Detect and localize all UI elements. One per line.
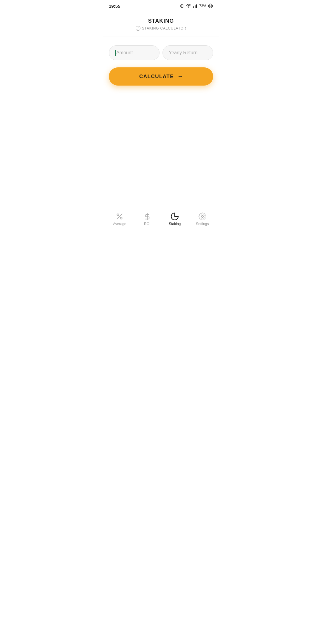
calculate-button-label: CALCULATE <box>139 74 174 80</box>
gear-icon <box>198 212 207 221</box>
text-cursor <box>115 50 116 56</box>
pie-icon <box>171 212 179 221</box>
nav-label-average: Average <box>113 222 126 226</box>
svg-point-10 <box>117 214 119 216</box>
arrow-right-icon: → <box>177 73 183 80</box>
amount-input-wrapper[interactable] <box>109 45 160 60</box>
nav-item-roi[interactable]: ROI <box>134 212 161 226</box>
svg-rect-6 <box>196 4 197 8</box>
svg-rect-0 <box>181 4 183 8</box>
amount-input[interactable] <box>116 50 153 55</box>
dnd-icon <box>208 3 213 9</box>
nav-item-settings[interactable]: Settings <box>189 212 216 226</box>
svg-line-12 <box>117 214 122 219</box>
bottom-nav: Average ROI Staking Settings <box>103 208 219 233</box>
wifi-icon <box>186 4 191 8</box>
percent-icon <box>115 212 124 221</box>
input-row <box>109 45 213 60</box>
nav-item-staking[interactable]: Staking <box>161 212 189 226</box>
dollar-icon <box>143 212 151 221</box>
vibrate-icon <box>180 4 185 8</box>
nav-label-settings: Settings <box>196 222 209 226</box>
nav-label-staking: Staking <box>169 222 181 226</box>
app-header: STAKING i STAKING CALCULATOR <box>103 11 219 36</box>
header-subtitle[interactable]: i STAKING CALCULATOR <box>136 26 186 31</box>
svg-point-9 <box>210 6 211 6</box>
status-time: 19:55 <box>109 4 120 9</box>
yearly-return-input-wrapper[interactable] <box>162 45 213 60</box>
signal-icon <box>193 4 198 8</box>
page-title: STAKING <box>148 18 174 24</box>
subtitle-text: STAKING CALCULATOR <box>142 26 186 30</box>
svg-rect-5 <box>195 5 196 8</box>
svg-point-11 <box>120 217 122 219</box>
calculate-button[interactable]: CALCULATE → <box>109 67 213 86</box>
svg-point-3 <box>188 7 189 8</box>
info-icon: i <box>136 26 140 31</box>
main-content: CALCULATE → <box>103 36 219 208</box>
yearly-return-input[interactable] <box>169 50 207 55</box>
svg-rect-4 <box>193 6 194 8</box>
status-icons: 73% <box>180 3 213 9</box>
nav-label-roi: ROI <box>144 222 150 226</box>
nav-item-average[interactable]: Average <box>106 212 134 226</box>
svg-point-14 <box>202 216 204 218</box>
battery-text: 73% <box>199 4 206 8</box>
status-bar: 19:55 73% <box>103 0 219 11</box>
